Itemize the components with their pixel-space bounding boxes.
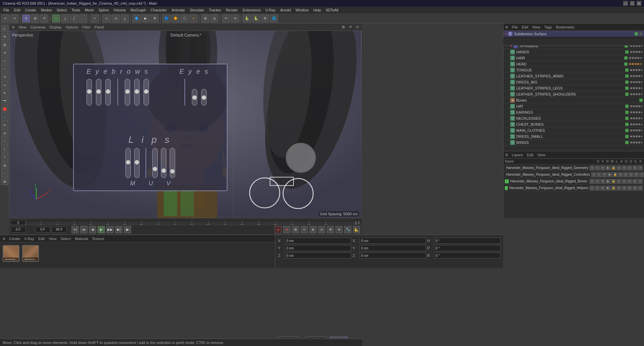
obj-dress-big[interactable]: ▽ DRESS_BIG ▣▣▣▣◈ [503, 79, 644, 85]
ctrl-icon3[interactable]: R [602, 172, 607, 177]
layer-icon5[interactable]: 🔒 [611, 166, 616, 170]
layer-icon10[interactable]: X [638, 166, 643, 170]
ctrl-icon5[interactable]: 🔒 [613, 172, 618, 177]
scale-tool[interactable]: ⊞ [31, 14, 39, 22]
btn-record-start[interactable]: ⊳| [71, 226, 79, 233]
menu-select[interactable]: Select [55, 7, 69, 13]
viewport-tab-filter[interactable]: Filter [82, 25, 90, 29]
obj-hair[interactable]: ▽ HAIR ▣▣▣▣◈▪ [503, 55, 644, 61]
snap-btn3[interactable]: ⬡ [180, 14, 189, 22]
tool-camera[interactable]: 📷 [1, 97, 8, 105]
obj-tab-file[interactable]: File [512, 25, 518, 29]
menu-render[interactable]: Render [224, 7, 240, 13]
tool-light[interactable]: ☀ [1, 89, 8, 97]
material-thumb-1[interactable]: America... [3, 245, 19, 262]
bone-icon7[interactable]: G [622, 179, 627, 184]
menu-character[interactable]: Character [149, 7, 169, 13]
ctrl-icon6[interactable]: A [618, 172, 623, 177]
layer-icon7[interactable]: G [622, 166, 627, 170]
end-frame-input[interactable] [52, 227, 67, 233]
obj-root[interactable]: ● ☰ Subdivision Surface [503, 31, 644, 37]
obj-chest-bones[interactable]: ▽ CHEST_BONES ▣▣▣▣◈ [503, 121, 644, 127]
bone-icon8[interactable]: D [627, 179, 632, 184]
minimize-button[interactable]: — [623, 1, 628, 6]
layer-icon9[interactable]: E [633, 166, 637, 170]
select-btn1[interactable]: ⊞ [201, 14, 209, 22]
menu-window[interactable]: Window [293, 7, 311, 13]
object-btn1[interactable]: ◇ [103, 14, 111, 22]
menu-mesh[interactable]: Mesh [83, 7, 96, 13]
tool-selection[interactable]: ▷ [1, 25, 8, 32]
btn-prev-key[interactable]: ⏮ [80, 226, 88, 233]
btn-next-key[interactable]: |▶ [124, 226, 131, 233]
btn-extra3[interactable]: 📐 [353, 226, 360, 233]
coord-ry-input[interactable] [359, 245, 426, 251]
bone-icon2[interactable]: V [595, 179, 600, 184]
obj-hat[interactable]: ▽ HAT ▣▣▣▣◈ [503, 103, 644, 109]
layers-icon[interactable]: ≡ [505, 153, 508, 157]
menu-spline[interactable]: Spline [97, 7, 111, 13]
layers-edit-tab[interactable]: Edit [527, 153, 533, 157]
select-btn2[interactable]: ◎ [210, 14, 218, 22]
mat-tab-vray[interactable]: V-Ray [24, 237, 34, 241]
render-btn3[interactable]: ⚙ [151, 14, 159, 22]
layer-icon6[interactable]: A [616, 166, 621, 170]
model-tool[interactable]: ○ [52, 14, 60, 22]
mat-tab-select[interactable]: Select [61, 237, 71, 241]
btn-record[interactable]: ● [274, 226, 282, 233]
tool-hair[interactable]: ⫳ [1, 154, 8, 161]
tool-box[interactable]: □ [1, 57, 8, 64]
tool-sphere[interactable]: ○ [1, 65, 8, 72]
tool-deform[interactable]: ⌇ [1, 146, 8, 153]
ctrl-icon10[interactable]: X [640, 172, 644, 177]
material-thumb-2[interactable]: America... [22, 245, 39, 262]
obj-wings[interactable]: ▽ WINGS ▣▣▣▣◈ [503, 139, 644, 146]
tool-spline[interactable]: ~ [1, 137, 8, 145]
obj-tongue[interactable]: ▽ TONGUE ▣▣▣▣◈ [503, 67, 644, 73]
obj-earings[interactable]: ▽ EARINGS ▣▣▣▣◈ [503, 109, 644, 115]
tool-cylinder[interactable]: ⊓ [1, 73, 8, 80]
coord-sh-input[interactable] [434, 238, 500, 244]
menu-extensions[interactable]: Extensions [240, 7, 263, 13]
layer-icon3[interactable]: R [600, 166, 605, 170]
layer-icon1[interactable]: S [590, 166, 594, 170]
coord-rz-input[interactable] [359, 252, 426, 258]
help-icon7[interactable]: G [622, 186, 627, 190]
snap-btn2[interactable]: 🔶 [171, 14, 179, 22]
btn-extra1[interactable]: ≋ [335, 226, 343, 233]
menu-volume[interactable]: Volume [112, 7, 128, 13]
current-frame-input[interactable] [11, 227, 26, 233]
obj-dress-small[interactable]: ▽ DRESS_SMALL ▣▣▣▣◈ [503, 133, 644, 139]
tool-dynamics[interactable]: ⊛ [1, 162, 8, 169]
tool-move[interactable]: ✛ [1, 33, 8, 40]
menu-tracker[interactable]: Tracker [207, 7, 223, 13]
ctrl-icon9[interactable]: E [634, 172, 639, 177]
mat-tab-create[interactable]: Create [9, 237, 20, 241]
bone-icon1[interactable]: S [590, 179, 594, 184]
redo-button[interactable]: ↪ [10, 14, 18, 22]
ctrl-icon2[interactable]: V [597, 172, 601, 177]
obj-tab-tags[interactable]: Tags [544, 25, 552, 29]
menu-3dtoall[interactable]: 3DToAll [324, 7, 340, 13]
help-icon10[interactable]: X [638, 186, 643, 190]
obj-leather-arms[interactable]: ▽ LEATHER_STRIPES_ARMS ▣▣▣▣◈ [503, 73, 644, 79]
viewport-icon1[interactable]: ⊞ [342, 25, 345, 29]
rotate-tool[interactable]: ↺ [40, 14, 48, 22]
btn-layer-mode[interactable]: ⊙ [318, 226, 325, 233]
obj-tab-edit[interactable]: Edit [522, 25, 528, 29]
btn-frame-mode[interactable]: ⊞ [292, 226, 299, 233]
obj-leather-shoulders[interactable]: ▽ LEATHER_STRIPES_SHOULDERS ▣▣▣▣◈ [503, 91, 644, 97]
layer-icon4[interactable]: ▶ [606, 166, 610, 170]
tool-paint[interactable]: ✏ [1, 121, 8, 129]
tool-more[interactable]: ⋯ [1, 170, 8, 177]
render-btn1[interactable]: 🔷 [132, 14, 141, 22]
bone-icon4[interactable]: ▶ [606, 179, 610, 184]
layer-geometry[interactable]: Harvester_Massey_Ferguson_Ideal_Rigged_G… [503, 165, 644, 171]
tool-plane[interactable]: ▭ [1, 81, 8, 89]
btn-next-frame[interactable]: ▶| [115, 226, 122, 233]
settings-btn[interactable]: ⚙ [261, 14, 269, 22]
globe-btn[interactable]: 🌐 [270, 14, 278, 22]
menu-animate[interactable]: Animate [169, 7, 187, 13]
coord-rx-input[interactable] [359, 238, 426, 244]
mat-tab-edit[interactable]: Edit [38, 237, 45, 241]
